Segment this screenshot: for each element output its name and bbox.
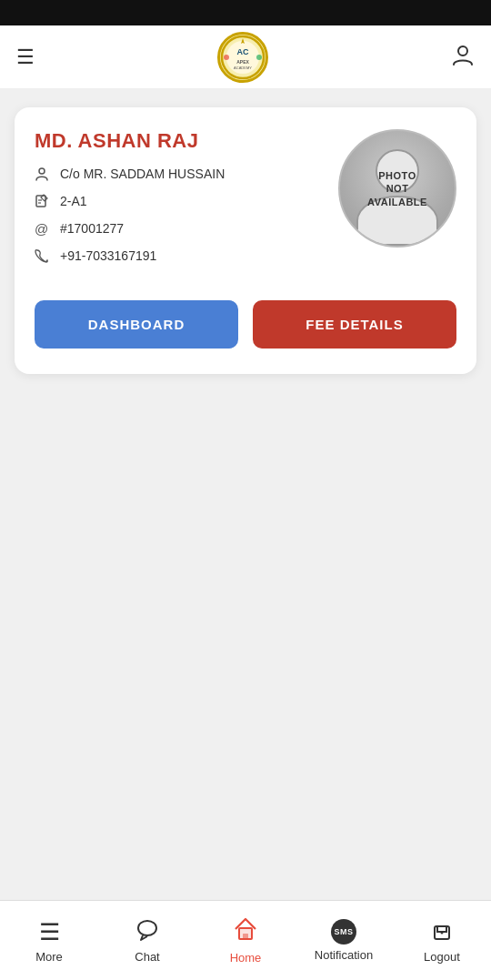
nav-label-notification: Notification [315, 948, 373, 962]
logout-icon [430, 917, 454, 946]
guardian-text: C/o MR. SADDAM HUSSAIN [60, 166, 225, 184]
user-icon[interactable] [451, 43, 475, 72]
bottom-nav: ☰ More Chat Home SMS Notification [0, 900, 491, 980]
svg-text:APEX: APEX [236, 59, 249, 65]
app-logo: AC APEX ACADEMY [217, 32, 268, 83]
svg-text:AC: AC [237, 47, 249, 56]
guardian-row: C/o MR. SADDAM HUSSAIN [35, 166, 329, 184]
class-text: 2-A1 [60, 193, 87, 211]
id-row: @ #17001277 [35, 220, 329, 238]
svg-point-9 [39, 168, 45, 174]
nav-label-logout: Logout [424, 950, 460, 964]
nav-label-home: Home [230, 951, 262, 965]
photo-placeholder: PHOTONOTAVAILABLE [338, 129, 456, 248]
chat-icon [135, 917, 159, 946]
photo-not-available-text: PHOTONOTAVAILABLE [367, 169, 427, 208]
nav-label-chat: Chat [135, 950, 159, 964]
class-row: 2-A1 [35, 193, 329, 211]
svg-point-8 [458, 46, 467, 56]
more-icon: ☰ [39, 918, 60, 946]
profile-card: MD. ASHAN RAJ C/o MR. SADDAM HUSSAIN [15, 107, 476, 374]
nav-item-logout[interactable]: Logout [393, 901, 491, 980]
nav-item-more[interactable]: ☰ More [0, 901, 98, 980]
svg-point-6 [224, 55, 229, 60]
logo-circle: AC APEX ACADEMY [217, 32, 268, 83]
edit-icon [35, 194, 53, 211]
nav-item-chat[interactable]: Chat [98, 901, 196, 980]
status-bar [0, 0, 491, 25]
nav-label-more: More [35, 950, 63, 964]
svg-rect-18 [437, 926, 446, 932]
student-name: MD. ASHAN RAJ [35, 129, 329, 153]
phone-text: +91-7033167191 [60, 248, 156, 266]
main-content: MD. ASHAN RAJ C/o MR. SADDAM HUSSAIN [0, 89, 491, 900]
svg-point-19 [441, 932, 444, 935]
notification-icon: SMS [331, 919, 356, 945]
card-buttons: DASHBOARD FEE DETAILS [35, 300, 456, 349]
dashboard-button[interactable]: DASHBOARD [35, 300, 238, 349]
nav-item-home[interactable]: Home [196, 901, 295, 980]
id-text: #17001277 [60, 220, 124, 238]
home-icon [233, 916, 258, 947]
svg-text:ACADEMY: ACADEMY [234, 66, 252, 70]
card-top: MD. ASHAN RAJ C/o MR. SADDAM HUSSAIN [35, 129, 456, 275]
menu-icon[interactable]: ☰ [16, 45, 35, 69]
phone-row: +91-7033167191 [35, 248, 329, 266]
phone-icon [35, 248, 53, 266]
nav-item-notification[interactable]: SMS Notification [295, 901, 393, 980]
at-icon: @ [35, 221, 53, 237]
sms-badge: SMS [331, 919, 356, 945]
header: ☰ AC APEX ACADEMY [0, 25, 491, 89]
card-info: MD. ASHAN RAJ C/o MR. SADDAM HUSSAIN [35, 129, 329, 275]
svg-point-13 [138, 921, 156, 935]
fee-details-button[interactable]: FEE DETAILS [253, 300, 456, 349]
svg-rect-16 [243, 934, 248, 939]
svg-point-7 [256, 55, 262, 60]
person-icon [35, 167, 53, 184]
logo-svg: AC APEX ACADEMY [220, 35, 266, 80]
